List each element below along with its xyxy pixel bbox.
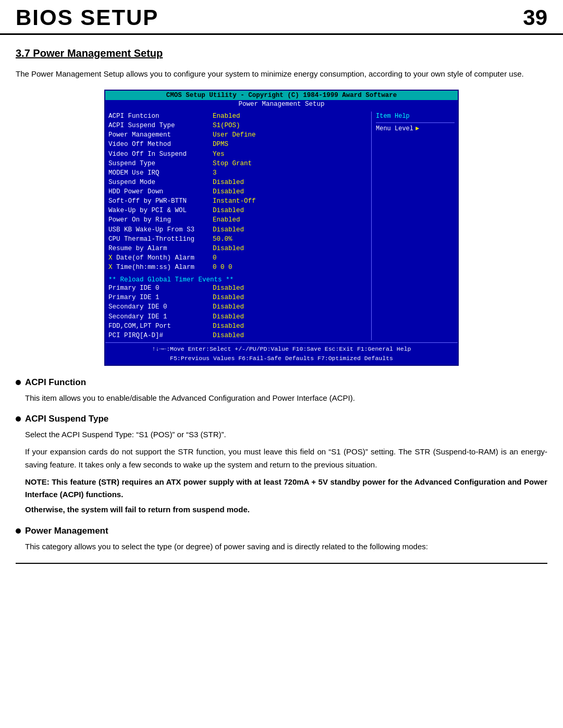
bios-row-modem-irq: MODEM Use IRQ 3 [108,168,368,178]
bios-row-date-alarm: X Date(of Month) Alarm 0 [108,253,368,263]
bios-row-video-off-method: Video Off Method DPMS [108,140,368,149]
bios-row-primary-ide1: Primary IDE 1 Disabled [108,293,368,302]
bottom-rule [16,563,547,564]
bullet-heading-power-mgmt: Power Management [16,526,547,536]
bios-row-time-alarm: X Time(hh:mm:ss) Alarm 0 0 0 [108,263,368,272]
bios-row-hdd-power: HDD Power Down Disabled [108,187,368,196]
bios-screenshot: CMOS Setup Utility - Copyright (C) 1984-… [104,90,459,366]
intro-paragraph: The Power Management Setup allows you to… [16,68,547,80]
bullet-text-acpi-function: This item allows you to enable/disable t… [25,392,547,405]
bios-row-acpi-function: ACPI Funtcion Enabled [108,112,368,121]
main-content: 3.7 Power Management Setup The Power Man… [0,35,563,574]
bullet-heading-acpi-suspend: ACPI Suspend Type [16,414,547,424]
bios-row-resume-alarm: Resume by Alarm Disabled [108,244,368,253]
bios-body: ACPI Funtcion Enabled ACPI Suspend Type … [105,109,458,342]
bios-reload-header: ** Reload Global Timer Events ** [108,276,368,283]
bios-row-usb-wake: USB KB Wake-Up From S3 Disabled [108,225,368,235]
bios-row-wakeup-pci: Wake-Up by PCI & WOL Disabled [108,206,368,215]
bullet-section-power-mgmt: Power Management This category allows yo… [16,526,547,553]
bios-row-suspend-type: Suspend Type Stop Grant [108,159,368,168]
note-bold-str: NOTE: This feature (STR) requires an ATX… [25,476,547,502]
page-title: BIOS SETUP [16,5,158,30]
bios-row-video-off-suspend: Video Off In Suspend Yes [108,150,368,159]
bios-row-primary-ide0: Primary IDE 0 Disabled [108,283,368,293]
bullet-section-acpi-suspend: ACPI Suspend Type Select the ACPI Suspen… [16,414,547,516]
bios-row-soft-off: Soft-Off by PWR-BTTN Instant-Off [108,196,368,206]
bios-row-pci-pirq: PCI PIRQ[A-D]# Disabled [108,331,368,340]
note-bold-fail: Otherwise, the system will fail to retur… [25,503,547,516]
bios-row-power-ring: Power On by Ring Enabled [108,215,368,225]
bios-row-suspend-mode: Suspend Mode Disabled [108,178,368,187]
bullet-text-acpi-suspend-2: If your expansion cards do not support t… [25,446,547,472]
bullet-dot-2 [16,416,21,422]
bios-row-acpi-suspend: ACPI Suspend Type S1(POS) [108,121,368,130]
bios-menu-level: Menu Level ► [376,125,455,132]
bios-item-help-label: Item Help [376,112,455,121]
page-number: 39 [523,5,547,30]
bullet-text-acpi-suspend-1: Select the ACPI Suspend Type: “S1 (POS)”… [25,428,547,441]
bullet-heading-acpi-function: ACPI Function [16,377,547,388]
bios-row-power-mgmt: Power Management User Define [108,130,368,140]
bios-item-help-panel: Item Help Menu Level ► [371,112,455,340]
bios-footer: ↑↓→←:Move Enter:Select +/-/PU/PD:Value F… [105,342,458,365]
page-header: BIOS SETUP 39 [0,0,563,35]
bios-row-secondary-ide1: Secondary IDE 1 Disabled [108,312,368,322]
bullet-text-power-mgmt: This category allows you to select the t… [25,540,547,553]
page-container: BIOS SETUP 39 3.7 Power Management Setup… [0,0,563,574]
bios-settings-list: ACPI Funtcion Enabled ACPI Suspend Type … [108,112,368,340]
bios-row-cpu-throttle: CPU Thermal-Throttling 50.0% [108,235,368,244]
bios-row-secondary-ide0: Secondary IDE 0 Disabled [108,302,368,312]
bullet-dot-3 [16,528,21,534]
bios-footer-line2: F5:Previous Values F6:Fail-Safe Defaults… [108,354,455,363]
section-heading: 3.7 Power Management Setup [16,47,547,59]
bios-footer-line1: ↑↓→←:Move Enter:Select +/-/PU/PD:Value F… [108,344,455,354]
bullet-dot [16,380,21,385]
bios-title-bar: CMOS Setup Utility - Copyright (C) 1984-… [105,91,458,100]
bios-row-fdd-com-lpt: FDD,COM,LPT Port Disabled [108,322,368,331]
bios-subtitle: Power Management Setup [105,100,458,109]
bullet-section-acpi-function: ACPI Function This item allows you to en… [16,377,547,405]
